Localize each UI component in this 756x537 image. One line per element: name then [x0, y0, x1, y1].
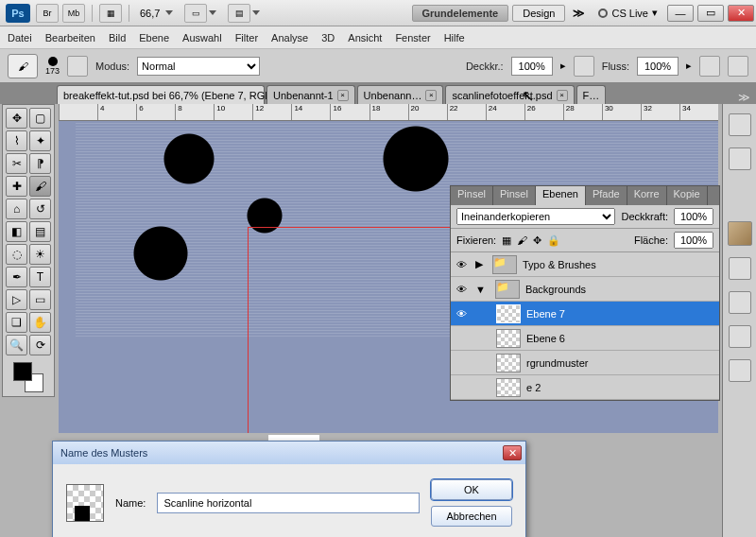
bridge-icon[interactable]: Br	[36, 4, 59, 23]
visibility-icon[interactable]: 👁	[451, 259, 472, 270]
menu-bearbeiten[interactable]: Bearbeiten	[45, 32, 95, 43]
menu-3d[interactable]: 3D	[321, 32, 335, 43]
tab-unbenannt-2[interactable]: Unbenann…×	[357, 85, 444, 104]
heal-tool[interactable]: ✚	[6, 176, 27, 197]
close-icon[interactable]: ×	[425, 90, 437, 101]
screen-mode-icon[interactable]: ▭	[184, 4, 207, 23]
tab-korrekturen[interactable]: Korre	[627, 186, 667, 205]
paragraph-panel-icon[interactable]	[729, 147, 751, 170]
menu-ansicht[interactable]: Ansicht	[348, 32, 382, 43]
minibridge-icon[interactable]: Mb	[62, 4, 85, 23]
blur-tool[interactable]: ◌	[6, 244, 27, 265]
menu-filter[interactable]: Filter	[235, 32, 258, 43]
visibility-icon[interactable]: 👁	[451, 284, 472, 295]
menu-datei[interactable]: Datei	[8, 32, 32, 43]
marquee-tool[interactable]: ▢	[29, 108, 51, 129]
airbrush-icon[interactable]	[699, 56, 720, 77]
lock-transparency-icon[interactable]: ▦	[502, 234, 511, 247]
tool-preset-icon[interactable]: 🖌	[8, 54, 38, 78]
extras-icon[interactable]: ▤	[228, 4, 250, 23]
brush-panel-icon[interactable]	[67, 56, 88, 77]
color-swatches[interactable]	[13, 362, 43, 392]
masks-panel-icon[interactable]	[729, 359, 751, 382]
brush-tool[interactable]: 🖌	[29, 176, 51, 197]
tab-scanlinefotoeffekt[interactable]: scanlinefotoeffekt.psd×	[445, 85, 574, 104]
zoom-tool[interactable]: 🔍	[6, 335, 27, 355]
menu-analyse[interactable]: Analyse	[271, 32, 308, 43]
arrange-icon[interactable]: ▦	[99, 4, 122, 23]
layer-thumbnail[interactable]	[496, 329, 521, 348]
character-panel-icon[interactable]	[729, 113, 751, 136]
crop-tool[interactable]: ✂	[6, 153, 27, 174]
styles-panel-icon[interactable]	[729, 291, 751, 314]
extras-dropdown-icon[interactable]	[252, 10, 260, 15]
pattern-name-input[interactable]	[157, 493, 420, 513]
tab-pinsel2[interactable]: Pinsel	[493, 186, 536, 205]
lock-all-icon[interactable]: 🔒	[547, 234, 560, 247]
folder-collapsed-icon[interactable]: ▶	[475, 258, 483, 270]
zoom-level[interactable]: 66,7	[140, 8, 160, 19]
dialog-close-icon[interactable]: ✕	[503, 445, 522, 460]
stamp-tool[interactable]: ⌂	[6, 199, 27, 219]
tab-ebenen[interactable]: Ebenen	[536, 186, 586, 205]
layer-thumbnail[interactable]	[496, 354, 521, 372]
adjustments-panel-icon[interactable]	[729, 325, 751, 348]
close-icon[interactable]: ×	[337, 90, 349, 101]
visibility-icon[interactable]: 👁	[451, 308, 472, 320]
layer-blend-mode-select[interactable]: Ineinanderkopieren	[456, 208, 615, 225]
workspace-design[interactable]: Design	[512, 5, 565, 22]
maximize-button[interactable]: ▭	[697, 5, 724, 22]
tab-unbenannt-1[interactable]: Unbenannt-1×	[266, 85, 355, 104]
ok-button[interactable]: OK	[431, 479, 512, 500]
opacity-flyout-icon[interactable]: ▸	[560, 60, 566, 72]
blend-mode-select[interactable]: Normal	[137, 57, 260, 76]
3d-tool[interactable]: ❏	[6, 312, 27, 333]
lock-position-icon[interactable]: ✥	[533, 234, 541, 247]
dialog-titlebar[interactable]: Name des Musters ✕	[53, 442, 525, 464]
history-brush-tool[interactable]: ↺	[29, 199, 51, 219]
rotate-tool[interactable]: ⟳	[29, 335, 51, 355]
pen-tool[interactable]: ✒	[6, 267, 27, 287]
menu-ebene[interactable]: Ebene	[139, 32, 169, 43]
layer-hintergrundmuster[interactable]: rgrundmuster	[451, 351, 719, 375]
tab-kopie[interactable]: Kopie	[667, 186, 708, 205]
tab-pinsel[interactable]: Pinsel	[451, 186, 493, 205]
cancel-button[interactable]: Abbrechen	[431, 506, 512, 527]
workspace-grundelemente[interactable]: Grundelemente	[412, 5, 509, 22]
layer-opacity-input[interactable]	[674, 208, 713, 225]
hand-tool[interactable]: ✋	[29, 312, 51, 333]
menu-fenster[interactable]: Fenster	[395, 32, 430, 43]
menu-hilfe[interactable]: Hilfe	[444, 32, 465, 43]
layer-thumbnail[interactable]	[496, 304, 521, 323]
layer-ebene-2[interactable]: e 2	[451, 375, 719, 400]
move-tool[interactable]: ✥	[6, 108, 27, 129]
tab-breakeffekt[interactable]: breakeffekt-tut.psd bei 66,7% (Ebene 7, …	[57, 85, 265, 104]
zoom-dropdown-icon[interactable]	[165, 10, 173, 15]
folder-open-icon[interactable]: ▼	[475, 284, 486, 295]
screen-mode-dropdown-icon[interactable]	[209, 10, 216, 15]
flow-input[interactable]	[637, 57, 679, 76]
tab-pfade[interactable]: Pfade	[586, 186, 627, 205]
workspace-more-icon[interactable]: ≫	[573, 7, 585, 20]
menu-auswahl[interactable]: Auswahl	[182, 32, 222, 43]
layer-ebene-7[interactable]: 👁Ebene 7	[451, 302, 719, 326]
wand-tool[interactable]: ✦	[29, 130, 51, 151]
path-tool[interactable]: ▷	[6, 289, 27, 310]
layer-thumbnail[interactable]	[496, 378, 521, 397]
eyedropper-tool[interactable]: ⁋	[29, 153, 51, 174]
lasso-tool[interactable]: ⌇	[6, 130, 27, 151]
close-icon[interactable]: ×	[557, 90, 568, 101]
tab-scroll-icon[interactable]: ≫	[732, 91, 756, 104]
cs-live[interactable]: CS Live▾	[598, 7, 658, 19]
minimize-button[interactable]: —	[667, 5, 694, 22]
layer-group-typo[interactable]: 👁▶📁Typo & Brushes	[451, 252, 719, 277]
swatches-panel-icon[interactable]	[729, 257, 751, 280]
color-panel-icon[interactable]	[728, 221, 752, 246]
tablet-size-icon[interactable]	[728, 56, 748, 77]
layer-group-backgrounds[interactable]: 👁▼📁Backgrounds	[451, 277, 719, 302]
close-button[interactable]: ✕	[728, 5, 754, 22]
gradient-tool[interactable]: ▤	[29, 221, 51, 242]
type-tool[interactable]: T	[29, 267, 51, 287]
flow-flyout-icon[interactable]: ▸	[686, 60, 692, 72]
brush-preview[interactable]: 173	[45, 57, 60, 76]
